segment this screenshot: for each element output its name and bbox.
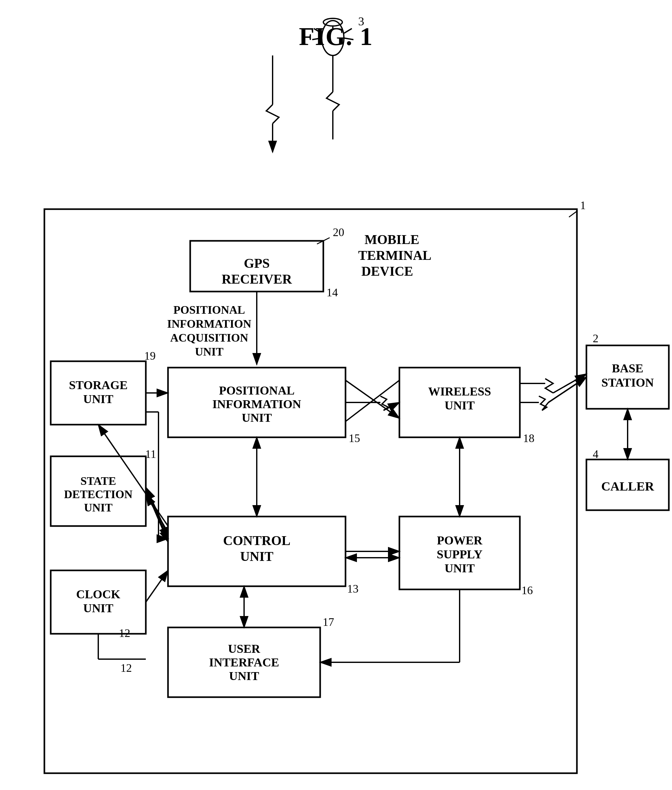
svg-text:CLOCK: CLOCK <box>76 587 120 601</box>
svg-text:BASE: BASE <box>612 361 643 375</box>
svg-line-79 <box>346 380 399 421</box>
svg-text:UNIT: UNIT <box>83 392 113 406</box>
svg-text:INFORMATION: INFORMATION <box>167 318 251 330</box>
svg-line-84 <box>548 377 586 403</box>
svg-text:19: 19 <box>144 350 156 362</box>
svg-text:TERMINAL: TERMINAL <box>358 248 431 263</box>
svg-rect-27 <box>168 368 346 437</box>
svg-rect-15 <box>44 209 577 773</box>
svg-text:INFORMATION: INFORMATION <box>212 397 301 411</box>
svg-line-67 <box>569 211 578 217</box>
svg-text:POWER: POWER <box>437 534 482 547</box>
svg-rect-49 <box>168 627 320 697</box>
svg-text:1: 1 <box>580 199 586 212</box>
svg-line-78 <box>346 380 399 418</box>
svg-line-25 <box>317 238 330 244</box>
svg-text:INTERFACE: INTERFACE <box>209 656 279 669</box>
svg-text:UNIT: UNIT <box>240 549 273 564</box>
svg-line-105 <box>146 488 168 536</box>
svg-text:16: 16 <box>522 584 533 597</box>
svg-text:GPS: GPS <box>244 256 270 270</box>
svg-line-87 <box>553 374 586 393</box>
svg-text:CALLER: CALLER <box>601 479 654 493</box>
svg-text:CONTROL: CONTROL <box>223 533 290 548</box>
svg-text:12: 12 <box>119 627 130 640</box>
svg-text:USER: USER <box>228 642 260 655</box>
svg-text:18: 18 <box>523 432 534 445</box>
svg-line-94 <box>146 494 168 533</box>
svg-rect-36 <box>51 361 146 425</box>
svg-text:12: 12 <box>120 662 132 674</box>
svg-text:20: 20 <box>333 226 344 238</box>
svg-text:2: 2 <box>593 332 598 345</box>
svg-text:UNIT: UNIT <box>445 399 475 412</box>
svg-rect-32 <box>168 517 346 586</box>
svg-rect-16 <box>190 241 323 291</box>
svg-line-85 <box>548 377 586 403</box>
svg-line-96 <box>146 570 168 602</box>
svg-line-95 <box>98 425 168 526</box>
svg-line-93 <box>146 489 168 539</box>
svg-line-104 <box>146 491 168 542</box>
svg-text:4: 4 <box>593 448 598 461</box>
svg-text:RECEIVER: RECEIVER <box>222 272 292 286</box>
svg-text:UNIT: UNIT <box>229 669 259 683</box>
svg-text:17: 17 <box>323 616 334 628</box>
svg-text:MOBILE: MOBILE <box>365 232 419 247</box>
svg-text:SUPPLY: SUPPLY <box>437 548 482 561</box>
svg-text:UNIT: UNIT <box>445 561 475 575</box>
svg-text:15: 15 <box>349 432 360 445</box>
svg-rect-40 <box>51 456 146 526</box>
svg-rect-54 <box>399 368 520 437</box>
svg-rect-72 <box>586 459 669 510</box>
svg-text:POSITIONAL: POSITIONAL <box>173 304 245 316</box>
svg-text:13: 13 <box>347 582 358 595</box>
svg-text:UNIT: UNIT <box>84 501 112 514</box>
page-title: FIG. 1 <box>0 10 672 51</box>
svg-text:ACQUISITION: ACQUISITION <box>170 331 248 344</box>
svg-line-77 <box>384 403 399 410</box>
svg-rect-45 <box>51 570 146 634</box>
svg-text:UNIT: UNIT <box>195 345 224 358</box>
svg-text:DEVICE: DEVICE <box>362 264 413 278</box>
svg-text:UNIT: UNIT <box>242 411 272 424</box>
svg-text:11: 11 <box>145 448 156 461</box>
svg-text:STATE: STATE <box>80 475 116 488</box>
svg-text:STATION: STATION <box>601 376 654 389</box>
svg-rect-58 <box>399 517 520 589</box>
svg-text:WIRELESS: WIRELESS <box>428 385 491 398</box>
svg-text:POSITIONAL: POSITIONAL <box>219 384 295 397</box>
svg-text:UNIT: UNIT <box>83 601 113 615</box>
svg-text:14: 14 <box>326 286 338 299</box>
svg-text:DETECTION: DETECTION <box>64 488 133 501</box>
svg-text:STORAGE: STORAGE <box>69 378 127 392</box>
svg-rect-68 <box>586 345 669 409</box>
